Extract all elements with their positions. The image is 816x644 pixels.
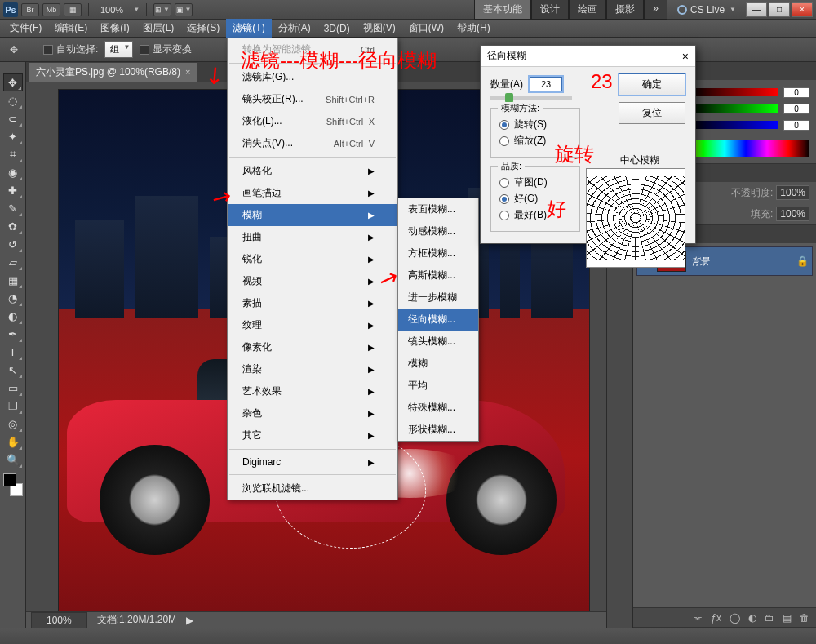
workspace-tab-photography[interactable]: 摄影 (606, 0, 644, 20)
quality-best-radio[interactable]: 最好(B) (499, 208, 571, 222)
close-icon[interactable]: × (185, 67, 190, 77)
menu-3d[interactable]: 3D(D) (317, 20, 357, 37)
cslive-button[interactable]: CS Live▼ (677, 4, 736, 16)
motion-blur[interactable]: 动感模糊... (398, 220, 478, 242)
filter-vanishing-point[interactable]: 消失点(V)...Alt+Ctrl+V (228, 132, 397, 154)
g-slider[interactable] (690, 104, 778, 113)
blur-tool[interactable]: ◔ (3, 289, 23, 307)
b-value[interactable]: 0 (783, 120, 809, 131)
eraser-tool[interactable]: ▱ (3, 253, 23, 271)
hand-tool[interactable]: ✋ (3, 433, 23, 451)
filter-texture[interactable]: 纹理▶ (228, 314, 397, 336)
move-tool[interactable]: ✥ (3, 73, 23, 91)
menu-analysis[interactable]: 分析(A) (272, 19, 317, 38)
fill-value[interactable]: 100% (776, 207, 809, 221)
filter-sketch[interactable]: 素描▶ (228, 292, 397, 314)
auto-select-checkbox[interactable]: 自动选择: (43, 42, 98, 56)
r-value[interactable]: 0 (783, 87, 809, 98)
trash-icon[interactable]: 🗑 (800, 612, 809, 624)
workspace-more[interactable]: » (644, 0, 667, 20)
filter-noise[interactable]: 杂色▶ (228, 402, 397, 424)
shape-blur[interactable]: 形状模糊... (398, 419, 478, 441)
ok-button[interactable]: 确定 (619, 73, 685, 95)
eyedropper-tool[interactable]: ◉ (3, 163, 23, 181)
marquee-tool[interactable]: ◌ (3, 91, 23, 109)
gaussian-blur[interactable]: 高斯模糊... (398, 264, 478, 286)
blur-center-preview[interactable] (586, 168, 685, 268)
filter-sharpen[interactable]: 锐化▶ (228, 248, 397, 270)
bridge-icon[interactable]: Br (21, 3, 39, 16)
3d-tool[interactable]: ❐ (3, 397, 23, 415)
layer-name[interactable]: 背景 (691, 255, 709, 268)
filter-browse-online[interactable]: 浏览联机滤镜... (228, 477, 397, 500)
amount-input[interactable] (530, 77, 562, 91)
b-slider[interactable] (690, 121, 778, 129)
method-zoom-radio[interactable]: 缩放(Z) (499, 134, 571, 148)
surface-blur[interactable]: 表面模糊... (398, 198, 478, 220)
filter-video[interactable]: 视频▶ (228, 270, 397, 292)
path-selection-tool[interactable]: ↖ (3, 361, 23, 379)
filter-pixelate[interactable]: 像素化▶ (228, 336, 397, 358)
gradient-tool[interactable]: ▦ (3, 271, 23, 289)
arrange-docs-icon[interactable]: ⊞▼ (153, 3, 171, 16)
blur-more[interactable]: 进一步模糊 (398, 286, 478, 309)
filter-blur[interactable]: 模糊▶ (228, 204, 397, 226)
zoom-tool[interactable]: 🔍 (3, 451, 23, 469)
filter-gallery[interactable]: 滤镜库(G)... (228, 66, 397, 88)
quality-good-radio[interactable]: 好(G) (499, 192, 571, 206)
status-zoom[interactable]: 100% (31, 612, 87, 628)
auto-select-target[interactable]: 组 (104, 41, 133, 58)
brush-tool[interactable]: ✎ (3, 199, 23, 217)
smart-blur[interactable]: 特殊模糊... (398, 397, 478, 419)
lasso-tool[interactable]: ⊂ (3, 109, 23, 127)
filter-liquify[interactable]: 液化(L)...Shift+Ctrl+X (228, 110, 397, 132)
filter-artistic[interactable]: 艺术效果▶ (228, 380, 397, 402)
menu-file[interactable]: 文件(F) (3, 19, 48, 38)
document-tab[interactable]: 六小灵童PS.jpg @ 100%(RGB/8)× (29, 63, 197, 82)
menu-help[interactable]: 帮助(H) (450, 19, 497, 38)
g-value[interactable]: 0 (783, 104, 809, 114)
menu-layer[interactable]: 图层(L) (136, 19, 181, 38)
maximize-button[interactable]: □ (769, 2, 790, 17)
filter-stylize[interactable]: 风格化▶ (228, 160, 397, 182)
average[interactable]: 平均 (398, 375, 478, 397)
quality-draft-radio[interactable]: 草图(D) (499, 175, 571, 189)
history-brush-tool[interactable]: ↺ (3, 235, 23, 253)
radial-blur[interactable]: 径向模糊... (398, 309, 478, 331)
zoom-level[interactable]: 100% (95, 5, 128, 15)
menu-image[interactable]: 图像(I) (94, 19, 135, 38)
reset-button[interactable]: 复位 (619, 102, 685, 124)
group-icon[interactable]: 🗀 (765, 612, 774, 624)
amount-slider[interactable] (490, 96, 572, 100)
dialog-close-icon[interactable]: × (682, 50, 689, 63)
dialog-titlebar[interactable]: 径向模糊 × (481, 46, 695, 67)
clone-stamp-tool[interactable]: ✿ (3, 217, 23, 235)
dodge-tool[interactable]: ◐ (3, 307, 23, 325)
close-button[interactable]: × (792, 2, 813, 17)
pen-tool[interactable]: ✒ (3, 325, 23, 343)
3d-camera-tool[interactable]: ◎ (3, 415, 23, 433)
filter-other[interactable]: 其它▶ (228, 424, 397, 446)
menu-select[interactable]: 选择(S) (180, 19, 226, 38)
mask-icon[interactable]: ◯ (730, 612, 740, 624)
chevron-right-icon[interactable]: ▶ (186, 615, 193, 626)
menu-filter[interactable]: 滤镜(T) (226, 19, 271, 38)
menu-window[interactable]: 窗口(W) (402, 19, 450, 38)
menu-edit[interactable]: 编辑(E) (48, 19, 94, 38)
minimize-button[interactable]: — (746, 2, 767, 17)
blur[interactable]: 模糊 (398, 353, 478, 375)
workspace-tab-painting[interactable]: 绘画 (569, 0, 606, 20)
healing-brush-tool[interactable]: ✚ (3, 181, 23, 199)
r-slider[interactable] (690, 88, 778, 96)
shape-tool[interactable]: ▭ (3, 379, 23, 397)
link-layers-icon[interactable]: ⫘ (693, 612, 703, 624)
filter-distort[interactable]: 扭曲▶ (228, 226, 397, 248)
opacity-value[interactable]: 100% (776, 185, 809, 200)
filter-digimarc[interactable]: Digimarc▶ (228, 452, 397, 472)
fx-icon[interactable]: ƒx (711, 612, 721, 624)
magic-wand-tool[interactable]: ✦ (3, 127, 23, 145)
menu-view[interactable]: 视图(V) (357, 19, 402, 38)
new-layer-icon[interactable]: ▤ (783, 612, 792, 624)
lens-blur[interactable]: 镜头模糊... (398, 331, 478, 353)
filter-lens-correction[interactable]: 镜头校正(R)...Shift+Ctrl+R (228, 88, 397, 110)
